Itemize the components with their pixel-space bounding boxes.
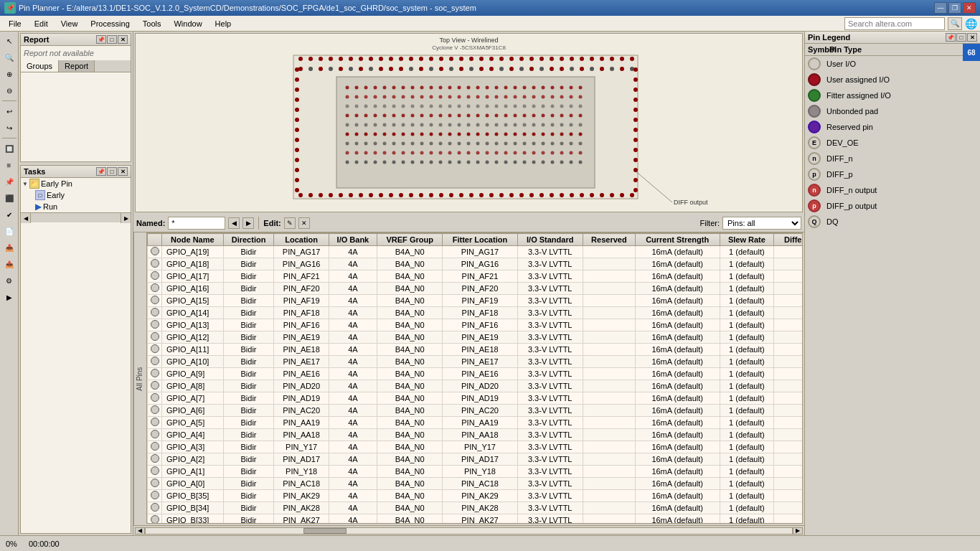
col-direction[interactable]: Direction <box>223 234 274 246</box>
table-row[interactable]: GPIO_A[17]BidirPIN_AF214AB4A_N0PIN_AF213… <box>148 270 804 283</box>
report-float-btn[interactable]: □ <box>107 35 117 44</box>
scroll-left-btn[interactable]: ◀ <box>21 213 31 223</box>
toolbar-pin-btn[interactable]: 📌 <box>1 174 17 189</box>
menu-file[interactable]: File <box>3 18 27 29</box>
scroll-right-btn[interactable]: ▶ <box>121 213 131 223</box>
toolbar-export-btn[interactable]: 📤 <box>1 256 17 272</box>
menu-processing[interactable]: Processing <box>85 18 135 29</box>
menu-window[interactable]: Window <box>168 18 207 29</box>
svg-point-115 <box>514 86 517 90</box>
table-row[interactable]: GPIO_A[14]BidirPIN_AF184AB4A_N0PIN_AF183… <box>148 307 804 319</box>
table-row[interactable]: GPIO_A[3]BidirPIN_Y174AB4A_N0PIN_Y173.3-… <box>148 441 804 453</box>
hscroll-left-btn[interactable]: ◀ <box>135 527 145 534</box>
tab-report[interactable]: Report <box>59 60 95 72</box>
toolbar-report-btn[interactable]: 📄 <box>1 223 17 239</box>
search-input[interactable] <box>844 17 945 30</box>
table-row[interactable]: GPIO_A[12]BidirPIN_AE194AB4A_N0PIN_AE193… <box>148 331 804 344</box>
table-row[interactable]: GPIO_A[7]BidirPIN_AD194AB4A_N0PIN_AD193.… <box>148 392 804 405</box>
menu-view[interactable]: View <box>55 18 84 29</box>
svg-point-63 <box>570 67 574 71</box>
menu-edit[interactable]: Edit <box>29 18 54 29</box>
table-row[interactable]: GPIO_A[18]BidirPIN_AG164AB4A_N0PIN_AG163… <box>148 258 804 270</box>
toolbar-select-btn[interactable]: ↖ <box>1 33 17 49</box>
col-io-bank[interactable]: I/O Bank <box>329 234 377 246</box>
filter-next-btn[interactable]: ▶ <box>242 217 254 229</box>
menu-tools[interactable]: Tools <box>137 18 167 29</box>
h-scroll-area[interactable]: ◀ ▶ <box>133 525 804 535</box>
restore-button[interactable]: ❐ <box>948 2 961 14</box>
table-row[interactable]: GPIO_A[4]BidirPIN_AA184AB4A_N0PIN_AA183.… <box>148 429 804 441</box>
hscroll-thumb[interactable] <box>303 528 347 534</box>
toolbar-zoom-in-btn[interactable]: ⊕ <box>1 66 17 82</box>
hscroll-track[interactable] <box>145 527 793 534</box>
tasks-scrollbar[interactable]: ◀ ▶ <box>21 212 131 222</box>
toolbar-group-btn[interactable]: ≡ <box>1 157 17 173</box>
toolbar-check-btn[interactable]: ✔ <box>1 207 17 222</box>
tasks-float-btn[interactable]: □ <box>107 167 117 176</box>
menu-help[interactable]: Help <box>209 18 237 29</box>
svg-point-146 <box>560 95 564 99</box>
table-row[interactable]: GPIO_A[11]BidirPIN_AE184AB4A_N0PIN_AE183… <box>148 344 804 356</box>
table-row[interactable]: GPIO_A[0]BidirPIN_AC184AB4A_N0PIN_AC183.… <box>148 478 804 490</box>
minimize-button[interactable]: — <box>934 2 947 14</box>
toolbar-zoom-btn[interactable]: 🔍 <box>1 50 17 65</box>
col-current-strength[interactable]: Current Strength <box>635 234 720 246</box>
table-row[interactable]: GPIO_B[34]BidirPIN_AK284AB4A_N0PIN_AK283… <box>148 502 804 514</box>
table-cell: 4A <box>329 502 377 514</box>
edit-btn-1[interactable]: ✎ <box>284 217 296 229</box>
table-row[interactable]: GPIO_A[10]BidirPIN_AE174AB4A_N0PIN_AE173… <box>148 356 804 368</box>
help-icon[interactable]: 🌐 <box>965 18 977 29</box>
report-pin-btn[interactable]: 📌 <box>96 35 106 44</box>
table-row[interactable]: GPIO_A[5]BidirPIN_AA194AB4A_N0PIN_AA193.… <box>148 417 804 429</box>
table-row[interactable]: GPIO_A[9]BidirPIN_AE164AB4A_N0PIN_AE163.… <box>148 368 804 380</box>
table-row[interactable]: GPIO_A[16]BidirPIN_AF204AB4A_N0PIN_AF203… <box>148 283 804 295</box>
table-cell: 16mA (default) <box>635 405 720 417</box>
col-diff-pair[interactable]: Differential Pair <box>774 234 803 246</box>
hscroll-right-btn[interactable]: ▶ <box>793 527 803 534</box>
svg-point-18 <box>459 57 463 61</box>
toolbar-import-btn[interactable]: 📥 <box>1 240 17 255</box>
toolbar-assign-btn[interactable]: ⬛ <box>1 190 17 206</box>
table-row[interactable]: GPIO_A[1]BidirPIN_Y184AB4A_N0PIN_Y183.3-… <box>148 466 804 478</box>
tasks-close-btn[interactable]: ✕ <box>118 167 128 176</box>
legend-close-btn[interactable]: ✕ <box>967 33 977 42</box>
tree-item-early[interactable]: □ Early <box>21 189 131 201</box>
col-slew-rate[interactable]: Slew Rate <box>720 234 774 246</box>
toolbar-redo-btn[interactable]: ↪ <box>1 120 17 136</box>
table-cell: 16mA (default) <box>635 295 720 307</box>
table-row[interactable]: GPIO_A[8]BidirPIN_AD204AB4A_N0PIN_AD203.… <box>148 380 804 392</box>
legend-pin-btn[interactable]: 📌 <box>946 33 956 42</box>
col-node-name[interactable]: Node Name <box>162 234 224 246</box>
table-row[interactable]: GPIO_B[35]BidirPIN_AK294AB4A_N0PIN_AK293… <box>148 490 804 502</box>
toolbar-filter-btn[interactable]: 🔲 <box>1 141 17 156</box>
table-row[interactable]: GPIO_A[15]BidirPIN_AF194AB4A_N0PIN_AF193… <box>148 295 804 307</box>
table-row[interactable]: GPIO_A[13]BidirPIN_AF164AB4A_N0PIN_AF163… <box>148 319 804 331</box>
report-close-btn[interactable]: ✕ <box>118 35 128 44</box>
col-reserved[interactable]: Reserved <box>583 234 635 246</box>
edit-btn-2[interactable]: ✕ <box>298 217 310 229</box>
col-fitter-location[interactable]: Fitter Location <box>443 234 517 246</box>
search-button[interactable]: 🔍 <box>948 17 962 30</box>
toolbar-task-btn[interactable]: ⚙ <box>1 273 17 288</box>
toolbar-run-btn[interactable]: ▶ <box>1 289 17 305</box>
all-pins-label[interactable]: All Pins <box>133 232 145 525</box>
toolbar-undo-btn[interactable]: ↩ <box>1 103 17 119</box>
col-vref-group[interactable]: VREF Group <box>377 234 443 246</box>
col-location[interactable]: Location <box>274 234 329 246</box>
close-button[interactable]: ✕ <box>963 2 976 14</box>
named-input[interactable] <box>168 217 225 230</box>
tree-item-early-pin[interactable]: ▼ 📁 Early Pin <box>21 178 131 189</box>
tasks-pin-btn[interactable]: 📌 <box>96 167 106 176</box>
tree-item-run[interactable]: ▶ Run <box>21 201 131 212</box>
filter-dropdown[interactable]: Pins: all Pins: assigned Pins: unassigne… <box>722 217 801 230</box>
tab-groups[interactable]: Groups <box>21 60 59 72</box>
table-row[interactable]: GPIO_A[19]BidirPIN_AG174AB4A_N0PIN_AG173… <box>148 246 804 258</box>
legend-float-btn[interactable]: □ <box>956 33 966 42</box>
table-row[interactable]: GPIO_B[33]BidirPIN_AK274AB4A_N0PIN_AK273… <box>148 514 804 524</box>
table-row[interactable]: GPIO_A[6]BidirPIN_AC204AB4A_N0PIN_AC203.… <box>148 405 804 417</box>
table-row[interactable]: GPIO_A[2]BidirPIN_AD174AB4A_N0PIN_AD173.… <box>148 453 804 466</box>
toolbar-zoom-out-btn[interactable]: ⊖ <box>1 83 17 98</box>
col-io-standard[interactable]: I/O Standard <box>517 234 583 246</box>
filter-prev-btn[interactable]: ◀ <box>228 217 240 229</box>
table-container[interactable]: Node Name Direction Location I/O Bank VR… <box>146 232 803 524</box>
